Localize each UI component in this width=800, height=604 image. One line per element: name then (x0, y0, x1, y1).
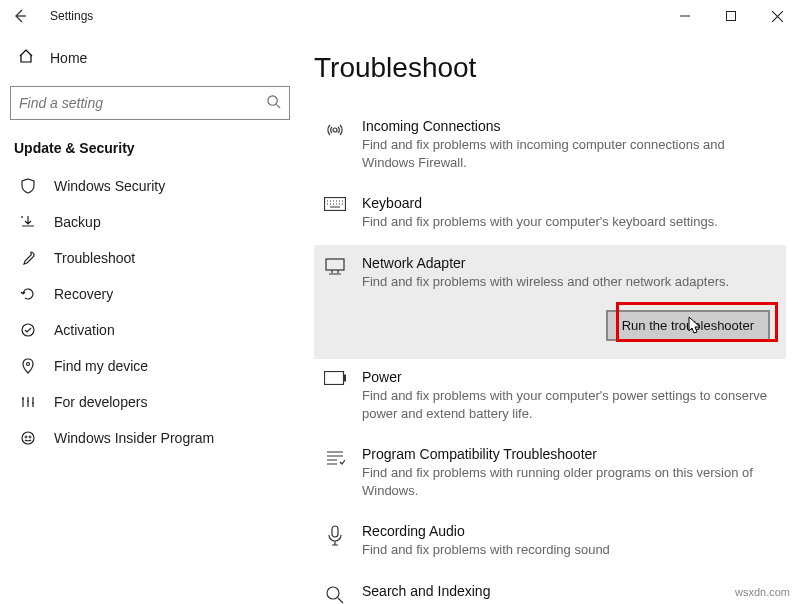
troubleshooter-title: Recording Audio (362, 523, 780, 539)
troubleshooter-power[interactable]: Power Find and fix problems with your co… (314, 359, 786, 436)
nav-label: Find my device (54, 358, 148, 374)
troubleshooter-desc: Find and fix problems with incoming comp… (362, 136, 780, 171)
svg-point-4 (22, 432, 34, 444)
search-indexing-icon (320, 583, 350, 604)
troubleshooter-desc: Find and fix problems with wireless and … (362, 273, 780, 291)
svg-point-13 (327, 587, 339, 599)
troubleshooter-network-adapter[interactable]: Network Adapter Find and fix problems wi… (314, 245, 786, 360)
troubleshooter-program-compatibility[interactable]: Program Compatibility Troubleshooter Fin… (314, 436, 786, 513)
troubleshooter-desc: Find and fix problems with running older… (362, 464, 780, 499)
home-nav[interactable]: Home (10, 40, 290, 76)
svg-point-5 (25, 436, 27, 438)
troubleshooter-desc: Find and fix problems with your computer… (362, 213, 780, 231)
troubleshooter-incoming-connections[interactable]: Incoming Connections Find and fix proble… (314, 108, 786, 185)
location-icon (18, 358, 38, 374)
page-title: Troubleshoot (314, 52, 786, 84)
troubleshooter-search-indexing[interactable]: Search and Indexing Find and fix problem… (314, 573, 786, 604)
nav-label: For developers (54, 394, 147, 410)
keyboard-icon (320, 195, 350, 231)
titlebar: Settings (0, 0, 800, 32)
svg-rect-12 (332, 526, 338, 537)
svg-rect-10 (325, 372, 344, 385)
network-adapter-icon (320, 255, 350, 342)
nav-activation[interactable]: Activation (10, 312, 290, 348)
svg-rect-0 (727, 12, 736, 21)
minimize-button[interactable] (662, 0, 708, 32)
activation-icon (18, 322, 38, 338)
troubleshooter-title: Program Compatibility Troubleshooter (362, 446, 780, 462)
wrench-icon (18, 250, 38, 266)
search-icon (266, 94, 281, 113)
incoming-connections-icon (320, 118, 350, 171)
svg-point-7 (333, 128, 337, 132)
nav-label: Troubleshoot (54, 250, 135, 266)
nav-windows-security[interactable]: Windows Security (10, 168, 290, 204)
svg-point-2 (22, 324, 34, 336)
svg-point-3 (27, 363, 30, 366)
main-content: Troubleshoot Incoming Connections Find a… (300, 32, 800, 604)
home-label: Home (50, 50, 87, 66)
search-input[interactable] (19, 95, 266, 111)
insider-icon (18, 430, 38, 446)
svg-rect-11 (344, 375, 346, 381)
cursor-icon (688, 316, 702, 334)
nav-label: Recovery (54, 286, 113, 302)
troubleshooter-keyboard[interactable]: Keyboard Find and fix problems with your… (314, 185, 786, 245)
troubleshooter-title: Power (362, 369, 780, 385)
compatibility-icon (320, 446, 350, 499)
search-box[interactable] (10, 86, 290, 120)
microphone-icon (320, 523, 350, 559)
nav-troubleshoot[interactable]: Troubleshoot (10, 240, 290, 276)
shield-icon (18, 178, 38, 194)
nav-windows-insider[interactable]: Windows Insider Program (10, 420, 290, 456)
svg-point-1 (268, 95, 277, 104)
troubleshooter-recording-audio[interactable]: Recording Audio Find and fix problems wi… (314, 513, 786, 573)
window-controls (662, 0, 800, 32)
backup-icon (18, 214, 38, 230)
sidebar: Home Update & Security Windows Security … (0, 32, 300, 604)
nav-label: Activation (54, 322, 115, 338)
troubleshooter-title: Incoming Connections (362, 118, 780, 134)
nav-backup[interactable]: Backup (10, 204, 290, 240)
recovery-icon (18, 286, 38, 302)
close-button[interactable] (754, 0, 800, 32)
nav-find-my-device[interactable]: Find my device (10, 348, 290, 384)
troubleshooter-title: Search and Indexing (362, 583, 780, 599)
troubleshooter-title: Network Adapter (362, 255, 780, 271)
power-icon (320, 369, 350, 422)
troubleshooter-desc: Find and fix problems with recording sou… (362, 541, 780, 559)
svg-point-6 (29, 436, 31, 438)
home-icon (18, 48, 34, 68)
section-header: Update & Security (14, 140, 290, 156)
window-title: Settings (50, 9, 93, 23)
watermark: wsxdn.com (735, 586, 790, 598)
nav-label: Windows Insider Program (54, 430, 214, 446)
troubleshooter-desc: Find and fix problems with your computer… (362, 387, 780, 422)
nav-label: Backup (54, 214, 101, 230)
back-button[interactable] (10, 6, 30, 26)
maximize-button[interactable] (708, 0, 754, 32)
svg-rect-9 (326, 259, 344, 270)
nav-label: Windows Security (54, 178, 165, 194)
troubleshooter-title: Keyboard (362, 195, 780, 211)
nav-recovery[interactable]: Recovery (10, 276, 290, 312)
developers-icon (18, 394, 38, 410)
nav-for-developers[interactable]: For developers (10, 384, 290, 420)
